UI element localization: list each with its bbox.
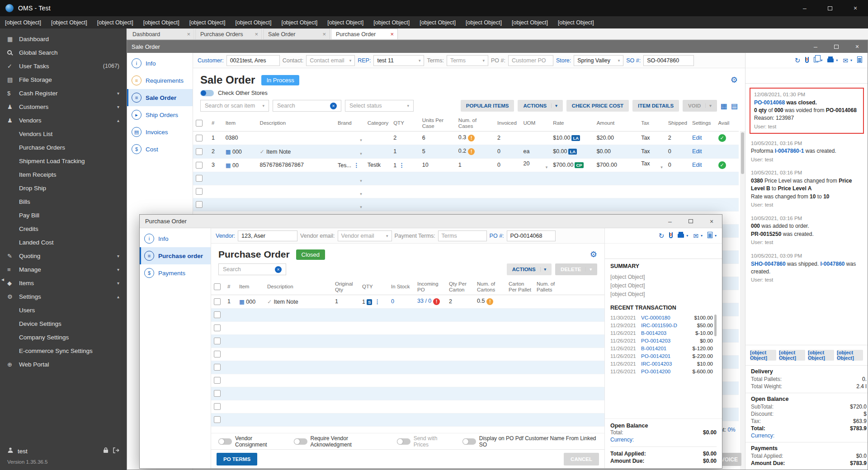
void-button[interactable]: VOID▾ — [683, 100, 717, 112]
payment-button[interactable]: [object Object] — [808, 350, 834, 361]
po-terms-button[interactable]: PO TERMS — [217, 453, 257, 465]
row-checkbox[interactable] — [196, 188, 203, 195]
tab-close-icon[interactable]: × — [187, 31, 190, 38]
table-row[interactable]: 3 ▦ 00 85767867867867 Tes...⋮ Testk 1⋮ 1… — [193, 158, 739, 172]
table-row[interactable]: ▾ — [193, 198, 739, 211]
sidebar-collapse-handle[interactable]: ◄ — [0, 277, 5, 282]
row-checkbox[interactable] — [214, 416, 221, 423]
sidebar-item[interactable]: Pay Bill — [0, 208, 127, 222]
select-all-checkbox[interactable] — [214, 283, 221, 290]
kebab-menu-icon[interactable]: ⋮ — [374, 299, 380, 305]
toggle-switch[interactable] — [397, 438, 410, 445]
sidebar-item[interactable]: ♟ Vendors ▴ — [0, 113, 127, 127]
transaction-link[interactable]: IRC-0014203 — [641, 361, 694, 367]
tax-dropdown-icon[interactable]: ▾ — [660, 165, 663, 169]
so-number-input[interactable]: SO-0047860 — [643, 55, 694, 66]
sidebar-item[interactable]: Users — [0, 303, 127, 317]
row-checkbox[interactable] — [214, 324, 221, 331]
transaction-link[interactable]: IRC-0011590-D — [641, 323, 694, 328]
table-row[interactable] — [211, 321, 604, 334]
table-scrollbar[interactable] — [740, 131, 745, 470]
customer-po-input[interactable]: Customer PO — [508, 55, 553, 66]
kebab-menu-icon[interactable]: ⋮ — [399, 162, 405, 169]
sidebar-item[interactable]: Credits — [0, 222, 127, 235]
sidebar-item[interactable]: ♟ Customers ▾ — [0, 100, 127, 113]
sidebar-item[interactable]: ⚙ Settings ▴ — [0, 290, 127, 303]
toggle-switch[interactable] — [218, 438, 232, 445]
log-link[interactable]: I-0047860 — [820, 261, 844, 267]
item-details-button[interactable]: ITEM DETAILS — [632, 100, 679, 112]
sidebar-item[interactable]: Global Search — [0, 46, 127, 59]
store-input[interactable]: Spring Valley▾ — [574, 55, 623, 66]
brand-dropdown-icon[interactable]: ▾ — [360, 151, 362, 156]
sidebar-item[interactable]: Landed Cost — [0, 235, 127, 249]
sidebar-item[interactable]: ◆ Items ▾ — [0, 276, 127, 290]
kebab-menu-icon[interactable]: ⋮ — [354, 162, 359, 169]
document-tab[interactable]: Purchase Order × — [331, 28, 398, 39]
table-row[interactable]: 1 0380 ▾ 2 6 0.3! 2 — [193, 131, 739, 145]
row-checkbox[interactable] — [214, 403, 221, 410]
sidebar-item[interactable]: ⊕ Web Portal — [0, 357, 127, 371]
menubar-item[interactable]: [object Object] — [0, 16, 46, 28]
menubar-item[interactable]: [object Object] — [507, 16, 553, 28]
transaction-link[interactable]: B-0014201 — [641, 346, 690, 351]
table-row[interactable] — [211, 400, 604, 413]
po-search-input[interactable]: Search× — [218, 263, 286, 275]
grid-view-icon[interactable]: ▦ — [721, 102, 727, 110]
row-checkbox[interactable] — [214, 311, 221, 318]
po-minimize-button[interactable]: – — [660, 215, 680, 228]
po-maximize-button[interactable] — [680, 215, 701, 228]
payment-button[interactable]: [object Object] — [837, 350, 863, 361]
document-icon[interactable] — [708, 232, 712, 240]
so-nav-invoices[interactable]: ▤Invoices — [127, 123, 193, 141]
brand-dropdown-icon[interactable]: ▾ — [360, 205, 362, 209]
gear-icon[interactable]: ⚙ — [731, 75, 738, 85]
sidebar-item[interactable]: ✓ User Tasks (1067) — [0, 59, 127, 73]
sidebar-item[interactable]: Company Settings — [0, 330, 127, 344]
copy-icon[interactable] — [814, 57, 818, 64]
menubar-item[interactable]: [object Object] — [231, 16, 277, 28]
po-nav-info[interactable]: iInfo — [140, 230, 211, 247]
row-checkbox[interactable] — [214, 377, 221, 384]
table-row[interactable]: ▾ — [193, 172, 739, 185]
sidebar-item[interactable]: ≡ Manage ▾ — [0, 263, 127, 276]
vendor-input[interactable]: 123, Aser — [238, 230, 297, 241]
so-nav-cost[interactable]: $Cost — [127, 141, 193, 158]
tab-close-icon[interactable]: × — [390, 31, 394, 38]
so-minimize-button[interactable]: – — [805, 40, 826, 53]
so-nav-ship-orders[interactable]: ▸Ship Orders — [127, 106, 193, 123]
check-other-stores-toggle[interactable] — [200, 90, 214, 96]
print-icon[interactable] — [678, 233, 684, 239]
row-checkbox[interactable] — [214, 338, 221, 344]
clear-search-icon[interactable]: × — [330, 103, 337, 109]
so-nav-info[interactable]: iInfo — [127, 55, 193, 72]
sidebar-item[interactable]: Device Settings — [0, 317, 127, 330]
table-row[interactable] — [211, 348, 604, 361]
table-row[interactable] — [211, 308, 604, 321]
row-checkbox[interactable] — [214, 298, 221, 305]
transaction-link[interactable]: PO-0014201 — [641, 353, 690, 359]
document-tab[interactable]: Sale Order × — [263, 28, 330, 39]
so-nav-requirements[interactable]: ≡Requirements — [127, 72, 193, 89]
row-checkbox[interactable] — [214, 364, 221, 371]
row-checkbox[interactable] — [214, 351, 221, 357]
actions-button[interactable]: ACTIONS▾ — [518, 100, 562, 112]
po-cancel-button[interactable]: CANCEL — [564, 453, 599, 465]
po-close-button[interactable]: × — [701, 215, 722, 228]
menubar-item[interactable]: [object Object] — [92, 16, 138, 28]
transaction-link[interactable]: PO-0014203 — [641, 338, 697, 343]
document-tab[interactable]: Purchase Orders × — [195, 28, 262, 39]
sidebar-item[interactable]: ▤ File Storage — [0, 73, 127, 86]
contact-input[interactable]: Contact email▾ — [306, 55, 355, 66]
table-row[interactable] — [211, 361, 604, 374]
attachment-icon[interactable]: 0 — [805, 57, 809, 64]
payment-button[interactable]: [object Object] — [779, 350, 805, 361]
close-button[interactable]: × — [843, 0, 868, 16]
menubar-item[interactable]: [object Object] — [276, 16, 322, 28]
tab-close-icon[interactable]: × — [255, 31, 258, 38]
row-checkbox[interactable] — [196, 162, 203, 169]
sidebar-item[interactable]: Purchase Orders — [0, 141, 127, 154]
table-row[interactable] — [211, 413, 604, 426]
po-number-input[interactable]: PO-0014068 — [507, 230, 556, 241]
menubar-item[interactable]: [object Object] — [368, 16, 415, 28]
